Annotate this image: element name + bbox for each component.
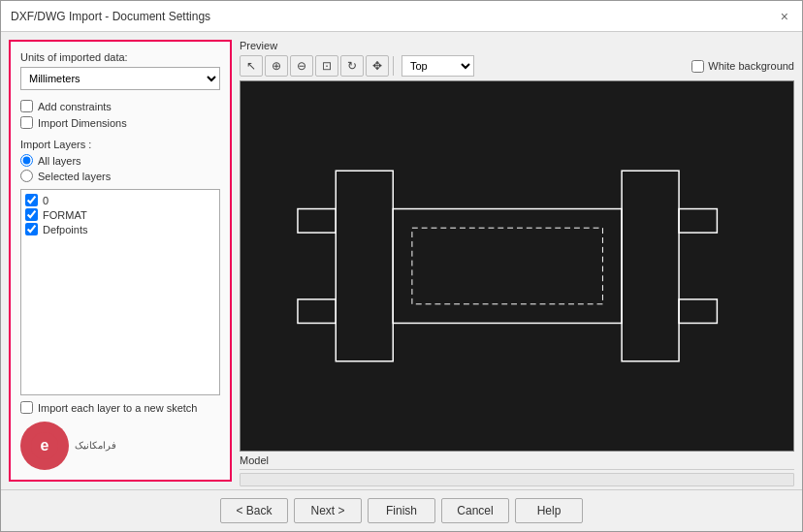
layer-defpoints-name: Defpoints (43, 224, 87, 235)
select-tool-button[interactable]: ↖ (240, 55, 263, 77)
layer-defpoints-checkbox[interactable] (25, 223, 38, 235)
pan-button[interactable]: ✥ (366, 55, 389, 77)
view-select[interactable]: Top Front Right Isometric (402, 55, 474, 77)
watermark-logo: e (20, 422, 69, 470)
all-layers-row: All layers (20, 154, 220, 167)
layer-format-checkbox[interactable] (25, 208, 38, 221)
close-button[interactable]: × (777, 10, 792, 23)
preview-canvas (240, 80, 794, 452)
preview-toolbar: ↖ ⊕ ⊖ ⊡ ↻ ✥ Top Front Right Isometric Wh… (240, 55, 794, 77)
content-area: Units of imported data: Millimeters Inch… (1, 32, 802, 489)
progress-bar-container (240, 473, 794, 486)
import-each-row: Import each layer to a new sketch (20, 401, 220, 414)
all-layers-radio[interactable] (20, 154, 33, 167)
add-constraints-label: Add constraints (38, 101, 112, 112)
left-panel: Units of imported data: Millimeters Inch… (9, 40, 232, 482)
cancel-button[interactable]: Cancel (441, 498, 509, 523)
window-title: DXF/DWG Import - Document Settings (11, 10, 210, 23)
finish-button[interactable]: Finish (368, 498, 435, 523)
model-label: Model (240, 452, 794, 470)
white-background-checkbox[interactable] (691, 60, 704, 73)
right-panel: Preview ↖ ⊕ ⊖ ⊡ ↻ ✥ Top Front Right Isom… (240, 32, 802, 489)
selected-layers-radio[interactable] (20, 170, 33, 182)
layer-item-format: FORMAT (25, 208, 215, 221)
white-background-text: White background (708, 60, 794, 72)
title-bar: DXF/DWG Import - Document Settings × (1, 1, 802, 32)
next-button[interactable]: Next > (294, 498, 362, 523)
svg-text:e: e (41, 437, 49, 454)
selected-layers-label: Selected layers (38, 171, 111, 182)
import-dimensions-checkbox[interactable] (20, 116, 33, 129)
white-background-label: White background (691, 60, 794, 73)
zoom-in-button[interactable]: ⊕ (265, 55, 288, 77)
import-each-label: Import each layer to a new sketch (38, 402, 197, 414)
watermark: e فرامکانیک (20, 422, 220, 470)
toolbar-separator (393, 56, 394, 76)
svg-rect-2 (241, 113, 793, 418)
preview-svg (241, 81, 793, 451)
layers-list: 0 FORMAT Defpoints (20, 189, 220, 395)
zoom-out-button[interactable]: ⊖ (290, 55, 313, 77)
zoom-fit-button[interactable]: ⊡ (315, 55, 338, 77)
selected-layers-row: Selected layers (20, 170, 220, 182)
import-each-checkbox[interactable] (20, 401, 33, 414)
units-select[interactable]: Millimeters Inches Feet Meters (20, 67, 220, 90)
import-layers-label: Import Layers : (20, 139, 220, 150)
add-constraints-row: Add constraints (20, 100, 220, 112)
add-constraints-checkbox[interactable] (20, 100, 33, 112)
watermark-text: فرامکانیک (75, 439, 116, 453)
layer-item-defpoints: Defpoints (25, 223, 215, 235)
main-window: DXF/DWG Import - Document Settings × Uni… (0, 0, 803, 532)
import-dimensions-label: Import Dimensions (38, 117, 127, 129)
layer-format-name: FORMAT (43, 209, 87, 221)
back-button[interactable]: < Back (220, 498, 288, 523)
layer-item-0: 0 (25, 194, 215, 206)
layer-0-checkbox[interactable] (25, 194, 38, 206)
bottom-buttons: < Back Next > Finish Cancel Help (1, 489, 802, 531)
all-layers-label: All layers (38, 155, 81, 167)
rotate-button[interactable]: ↻ (340, 55, 364, 77)
layer-0-name: 0 (43, 195, 48, 206)
help-button[interactable]: Help (515, 498, 583, 523)
preview-label: Preview (240, 40, 794, 51)
import-dimensions-row: Import Dimensions (20, 116, 220, 129)
units-label: Units of imported data: (20, 51, 220, 63)
